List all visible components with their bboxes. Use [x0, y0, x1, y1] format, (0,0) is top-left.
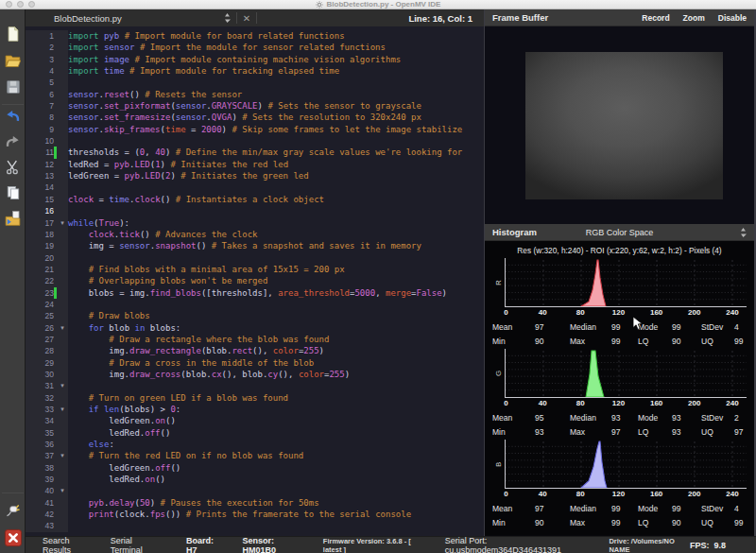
code-line-43[interactable]: 43	[26, 520, 484, 531]
tick-label: 40	[539, 399, 547, 407]
histogram-plot-r[interactable]	[505, 258, 747, 307]
tab-close-icon[interactable]: ✕	[243, 13, 250, 24]
code-line-33[interactable]: 33▾ if len(blobs) > 0:	[26, 404, 484, 415]
fold-arrow-icon[interactable]: ▾	[57, 322, 68, 334]
code-line-14[interactable]: 14	[26, 181, 484, 193]
record-button[interactable]: Record	[642, 13, 669, 23]
tick-label: 120	[612, 490, 625, 498]
code-line-5[interactable]: 5	[26, 77, 484, 88]
code-line-42[interactable]: 42 print(clock.fps()) # Prints the frame…	[26, 509, 484, 520]
code-line-15[interactable]: 15clock = time.clock() # Instantiates a …	[26, 194, 484, 205]
code-line-39[interactable]: 39 ledRed.on()	[26, 474, 484, 485]
code-line-1[interactable]: 1import pyb # Import module for board re…	[26, 30, 484, 42]
fold-column	[57, 170, 68, 181]
fold-column	[57, 392, 68, 404]
toolbar-stop-button[interactable]	[3, 529, 23, 549]
code-text	[68, 252, 484, 264]
line-number: 13	[26, 170, 54, 181]
code-line-29[interactable]: 29 # Draw a cross in the middle of the b…	[26, 357, 484, 369]
fold-arrow-icon[interactable]: ▾	[57, 404, 68, 415]
code-text: ledRed.on()	[68, 474, 484, 485]
toolbar-undo-button[interactable]	[3, 108, 23, 128]
color-space-dropdown-arrows-icon[interactable]	[740, 227, 747, 240]
code-line-7[interactable]: 7sensor.set_pixformat(sensor.GRAYSCALE) …	[26, 100, 484, 112]
toolbar-copy-button[interactable]	[3, 184, 23, 204]
stat-value: 90	[672, 518, 701, 527]
code-line-19[interactable]: 19 img = sensor.snapshot() # Takes a sna…	[26, 240, 484, 251]
code-line-12[interactable]: 12ledRed = pyb.LED(1) # Initiates the re…	[26, 159, 484, 170]
fold-column	[57, 194, 68, 205]
code-line-21[interactable]: 21 # Find blobs with a minimal area of 1…	[26, 264, 484, 275]
code-line-28[interactable]: 28 img.draw_rectangle(blob.rect(), color…	[26, 345, 484, 356]
code-text: blobs = img.find_blobs([thresholds], are…	[68, 287, 484, 299]
code-line-4[interactable]: 4import time # Import module for trackin…	[26, 65, 484, 77]
toolbar-new-file-button[interactable]	[3, 26, 23, 45]
stat-label: Min	[492, 518, 535, 527]
code-line-6[interactable]: 6sensor.reset() # Resets the sensor	[26, 89, 484, 100]
toolbar-paste-button[interactable]	[3, 210, 23, 230]
code-line-3[interactable]: 3import image # Import module containing…	[26, 54, 484, 65]
toolbar-connect-plug-button[interactable]	[3, 501, 23, 521]
code-line-26[interactable]: 26▾ for blob in blobs:	[26, 322, 484, 334]
fold-arrow-icon[interactable]: ▾	[57, 217, 68, 229]
code-line-37[interactable]: 37▾ # Turn the red LED on if no blob was…	[26, 450, 484, 461]
histogram-plot-b[interactable]	[505, 440, 747, 489]
code-text: ledGreen.off()	[68, 462, 484, 474]
fold-arrow-icon[interactable]: ▾	[57, 450, 68, 461]
toolbar-save-button[interactable]	[3, 78, 23, 98]
line-number: 10	[26, 135, 54, 147]
fold-column	[57, 229, 68, 240]
fold-arrow-icon[interactable]: ▾	[57, 380, 68, 391]
code-line-38[interactable]: 38 ledGreen.off()	[26, 462, 484, 474]
color-space-select[interactable]: RGB Color Space	[586, 228, 654, 237]
code-line-35[interactable]: 35 ledRed.off()	[26, 427, 484, 439]
code-line-40[interactable]: 40▾	[26, 485, 484, 496]
code-line-31[interactable]: 31▾	[26, 380, 484, 391]
toolbar-open-folder-button[interactable]	[3, 52, 23, 72]
code-editor[interactable]: 1import pyb # Import module for board re…	[26, 26, 484, 536]
code-line-25[interactable]: 25 # Draw blobs	[26, 310, 484, 321]
code-line-41[interactable]: 41 pyb.delay(50) # Pauses the execution …	[26, 497, 484, 509]
code-line-11[interactable]: 11thresholds = (0, 40) # Define the min/…	[26, 147, 484, 158]
code-line-32[interactable]: 32 # Turn on green LED if a blob was fou…	[26, 392, 484, 404]
code-text: import pyb # Import module for board rel…	[68, 30, 484, 42]
code-line-18[interactable]: 18 clock.tick() # Advances the clock	[26, 229, 484, 240]
stats-row: Min90Max99LQ90UQ99	[485, 515, 754, 529]
zoom-button[interactable]: Zoom	[683, 13, 705, 23]
code-line-9[interactable]: 9sensor.skip_frames(time = 2000) # Skip …	[26, 124, 484, 135]
frame-buffer-view[interactable]	[485, 26, 754, 224]
tab-switcher-arrows-icon[interactable]	[224, 12, 231, 24]
histogram-plot-g[interactable]	[505, 349, 747, 398]
code-line-13[interactable]: 13ledGreen = pyb.LED(2) # Initiates the …	[26, 170, 484, 181]
code-line-27[interactable]: 27 # Draw a rectangle where the blob was…	[26, 334, 484, 345]
copy-icon	[5, 184, 22, 205]
code-line-16[interactable]: 16	[26, 205, 484, 216]
search-results-button[interactable]: Search Results	[43, 536, 95, 553]
code-line-10[interactable]: 10	[26, 135, 484, 147]
tick-label: 160	[650, 308, 662, 317]
close-window-icon[interactable]	[6, 1, 12, 8]
line-number: 42	[26, 509, 54, 520]
line-number: 35	[26, 427, 54, 439]
code-line-8[interactable]: 8sensor.set_framesize(sensor.QVGA) # Set…	[26, 112, 484, 123]
toolbar-redo-button[interactable]	[3, 133, 23, 153]
toolbar-cut-button[interactable]	[3, 159, 23, 179]
code-line-20[interactable]: 20	[26, 252, 484, 264]
fold-arrow-icon[interactable]: ▾	[57, 485, 68, 496]
code-line-23[interactable]: 23 blobs = img.find_blobs([thresholds], …	[26, 287, 484, 299]
code-text: ledRed.off()	[68, 427, 484, 439]
code-line-36[interactable]: 36 else:	[26, 439, 484, 450]
serial-terminal-button[interactable]: Serial Terminal	[111, 536, 162, 553]
zoom-window-icon[interactable]	[28, 1, 35, 8]
tab-blobdetection[interactable]: BlobDetection.py	[54, 13, 122, 24]
code-line-22[interactable]: 22 # Overlapping blobs won't be merged	[26, 275, 484, 286]
camera-preview-image[interactable]	[525, 52, 723, 199]
code-line-17[interactable]: 17▾while(True):	[26, 217, 484, 229]
disable-button[interactable]: Disable	[718, 13, 747, 23]
code-line-30[interactable]: 30 img.draw_cross(blob.cx(), blob.cy(), …	[26, 369, 484, 380]
code-line-34[interactable]: 34 ledGreen.on()	[26, 415, 484, 426]
code-line-2[interactable]: 2import sensor # Import the module for s…	[26, 42, 484, 53]
stat-value: 2	[734, 413, 754, 423]
code-line-24[interactable]: 24	[26, 299, 484, 310]
minimize-window-icon[interactable]	[17, 1, 24, 8]
